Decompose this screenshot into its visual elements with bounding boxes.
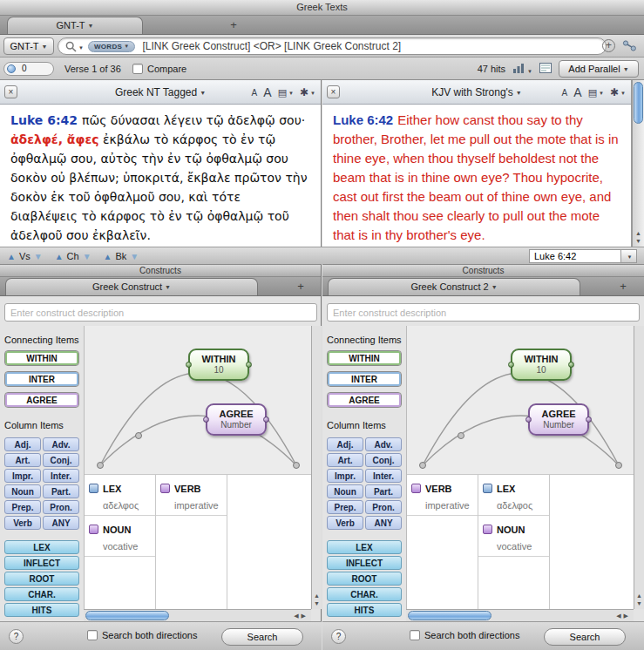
inter-palette-button[interactable]: INTER (327, 371, 402, 387)
gear-menu-button[interactable] (610, 86, 626, 98)
scroll-down-icon[interactable] (633, 237, 644, 245)
add-search-element-button[interactable] (602, 39, 615, 52)
column-item-art[interactable]: Art. (4, 453, 41, 467)
new-tab-button[interactable]: + (222, 17, 245, 34)
scroll-down-icon[interactable] (634, 599, 644, 607)
construct-column-1[interactable]: VERB imperative (407, 475, 478, 610)
column-item-verb[interactable]: Verb (327, 516, 363, 530)
construct-column-1[interactable]: LEX αδελφος NOUN vocative (85, 475, 156, 610)
agree-palette-button[interactable]: AGREE (4, 392, 79, 408)
column-item-noun[interactable]: Noun (4, 484, 41, 498)
chevron-down-icon[interactable] (77, 38, 84, 54)
search-both-directions-checkbox[interactable]: Search both directions (87, 630, 197, 640)
agree-palette-button[interactable]: AGREE (327, 392, 402, 408)
inter-palette-button[interactable]: INTER (4, 371, 79, 387)
canvas-horizontal-scrollbar[interactable] (84, 609, 311, 621)
column-item-pron[interactable]: Pron. (365, 500, 402, 514)
text-module-button[interactable]: GNT-T (3, 37, 54, 55)
attribute-root[interactable]: ROOT (327, 572, 402, 586)
column-item-prep[interactable]: Prep. (327, 500, 363, 514)
column-item-art[interactable]: Art. (327, 453, 363, 467)
checkbox-icon[interactable] (87, 630, 98, 640)
construct-item-noun[interactable]: NOUN vocative (478, 516, 549, 557)
new-tab-button[interactable]: + (612, 278, 634, 295)
add-parallel-button[interactable]: Add Parallel (559, 60, 639, 78)
search-button[interactable]: Search (544, 628, 626, 646)
details-button[interactable] (539, 63, 552, 75)
column-item-impr[interactable]: Impr. (327, 469, 363, 483)
vertical-scrollbar[interactable] (632, 80, 644, 247)
canvas-vertical-scrollbar[interactable] (634, 326, 644, 609)
construct-column-2[interactable]: VERB imperative (156, 475, 227, 610)
tab-greek-construct[interactable]: Greek Construct (5, 278, 258, 295)
connector-dot-icon[interactable] (508, 362, 514, 368)
column-item-impr[interactable]: Impr. (4, 469, 41, 483)
column-item-prep[interactable]: Prep. (4, 500, 41, 514)
scrollbar-arrows[interactable] (633, 229, 644, 245)
construct-item-verb[interactable]: VERB imperative (407, 475, 478, 516)
connector-dot-icon[interactable] (568, 362, 574, 368)
column-item-inter[interactable]: Inter. (365, 469, 402, 483)
construct-item-lex[interactable]: LEX αδελφος (85, 475, 155, 516)
search-button[interactable]: Search (221, 628, 303, 646)
column-item-any[interactable]: ANY (43, 516, 79, 530)
decrease-font-button[interactable]: A (562, 88, 568, 98)
within-badge[interactable]: WITHIN 10 (188, 349, 249, 381)
attribute-lex[interactable]: LEX (327, 540, 402, 554)
scroll-up-icon[interactable] (312, 592, 322, 599)
slider-knob-icon[interactable] (7, 64, 16, 73)
scroll-left-right-icons[interactable] (294, 610, 308, 621)
column-item-adv[interactable]: Adv. (43, 437, 79, 451)
book-next-button[interactable] (130, 251, 139, 261)
attribute-char[interactable]: CHAR. (327, 587, 402, 601)
connector-dot-icon[interactable] (246, 362, 252, 368)
tab-greek-construct-2[interactable]: Greek Construct 2 (328, 278, 580, 295)
greek-verse-text[interactable]: Luke 6:42πῶς δύνασαι λέγειν τῷ ἀδελφῷ σο… (0, 105, 321, 247)
kjv-verse-text[interactable]: Luke 6:42Either how canst thou say to th… (322, 105, 631, 247)
connector-dot-icon[interactable] (186, 362, 192, 368)
increase-font-button[interactable]: A (263, 85, 271, 99)
scroll-down-icon[interactable] (312, 599, 322, 607)
column-item-verb[interactable]: Verb (4, 516, 41, 530)
scrollbar-thumb[interactable] (634, 82, 643, 124)
decrease-font-button[interactable]: A (252, 88, 258, 98)
connector-dot-icon[interactable] (203, 416, 209, 423)
column-item-inter[interactable]: Inter. (43, 469, 79, 483)
scrollbar-thumb[interactable] (408, 611, 491, 620)
verse-reference[interactable]: Luke 6:42 (10, 113, 78, 127)
column-item-any[interactable]: ANY (365, 516, 402, 530)
constructs-titlebar[interactable]: Constructs (322, 265, 644, 277)
gear-menu-button[interactable] (300, 86, 315, 98)
column-item-noun[interactable]: Noun (327, 484, 363, 498)
constructs-titlebar[interactable]: Constructs (0, 265, 321, 277)
scrollbar-arrows[interactable] (634, 592, 644, 607)
new-tab-button[interactable]: + (289, 278, 312, 295)
chapter-next-button[interactable] (83, 251, 92, 261)
connector-dot-icon[interactable] (586, 416, 592, 423)
column-item-part[interactable]: Part. (365, 484, 402, 498)
reference-dropdown-button[interactable] (621, 249, 637, 263)
within-badge[interactable]: WITHIN 10 (511, 349, 572, 381)
column-item-adj[interactable]: Adj. (4, 437, 41, 451)
canvas-horizontal-scrollbar[interactable] (406, 609, 634, 621)
construct-canvas[interactable]: WITHIN 10 AGREE Number LEX αδελφος (84, 326, 311, 609)
display-settings-button[interactable] (278, 86, 294, 98)
scroll-up-icon[interactable] (633, 229, 644, 237)
scroll-left-right-icons[interactable] (616, 610, 631, 621)
canvas-vertical-scrollbar[interactable] (311, 326, 322, 609)
compare-checkbox[interactable]: Compare (132, 58, 186, 80)
book-previous-button[interactable] (104, 251, 112, 261)
attribute-inflect[interactable]: INFLECT (327, 556, 402, 570)
verse-reference[interactable]: Luke 6:42 (333, 112, 393, 127)
attribute-root[interactable]: ROOT (4, 572, 79, 586)
column-item-adv[interactable]: Adv. (365, 437, 402, 451)
construct-description-input[interactable] (4, 303, 317, 322)
attribute-hits[interactable]: HITS (4, 603, 79, 617)
increase-font-button[interactable]: A (573, 85, 581, 99)
column-item-part[interactable]: Part. (43, 484, 79, 498)
context-slider[interactable]: 0 (3, 62, 54, 76)
verse-previous-button[interactable] (7, 251, 16, 261)
agree-badge-value[interactable]: Number (530, 420, 587, 430)
help-button[interactable]: ? (9, 629, 24, 644)
attribute-lex[interactable]: LEX (4, 540, 79, 554)
